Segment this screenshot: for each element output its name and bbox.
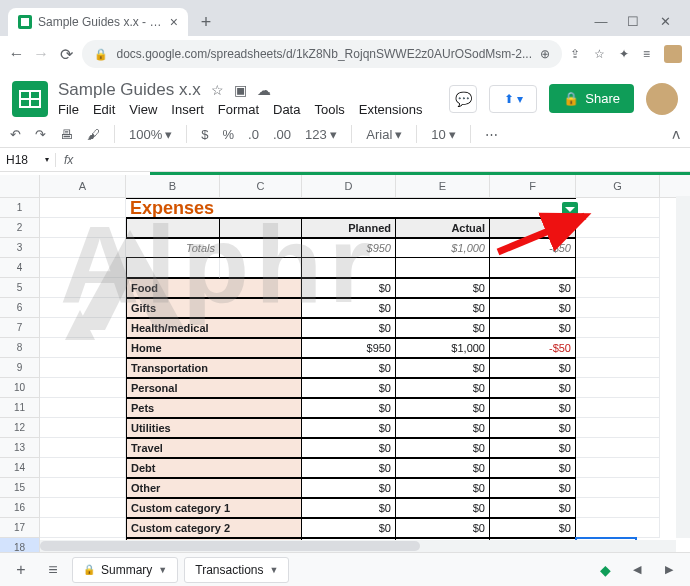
menu-data[interactable]: Data — [273, 102, 300, 117]
redo-icon[interactable]: ↷ — [35, 127, 46, 142]
new-tab-button[interactable]: + — [192, 8, 220, 36]
row-header[interactable]: 5 — [0, 278, 39, 298]
vertical-scrollbar[interactable] — [676, 196, 690, 538]
back-icon[interactable]: ← — [8, 45, 25, 63]
sheet-tab-transactions[interactable]: Transactions ▼ — [184, 557, 289, 583]
add-sheet-button[interactable]: + — [8, 557, 34, 583]
expenses-title[interactable]: Expenses — [126, 198, 576, 218]
row-label[interactable]: Gifts — [126, 298, 302, 318]
row-header[interactable]: 8 — [0, 338, 39, 358]
row-header[interactable]: 12 — [0, 418, 39, 438]
cell[interactable]: Planned — [302, 218, 396, 238]
zoom-select[interactable]: 100% ▾ — [129, 127, 172, 142]
cell[interactable]: $0 — [396, 318, 490, 338]
chevron-down-icon[interactable]: ▼ — [270, 565, 279, 575]
cell[interactable]: $0 — [490, 278, 576, 298]
profile-icon[interactable] — [664, 45, 682, 63]
col-header[interactable]: A — [40, 175, 126, 197]
window-maximize-icon[interactable]: ☐ — [626, 14, 640, 28]
menu-insert[interactable]: Insert — [171, 102, 204, 117]
cell[interactable]: $0 — [302, 418, 396, 438]
cell[interactable] — [40, 278, 126, 298]
cell[interactable]: $0 — [302, 438, 396, 458]
cell[interactable]: $0 — [396, 418, 490, 438]
cell[interactable] — [40, 198, 126, 218]
cell[interactable]: $0 — [396, 278, 490, 298]
totals-label[interactable]: Totals — [126, 238, 220, 258]
empty[interactable] — [126, 258, 220, 278]
cell[interactable]: Actual — [396, 218, 490, 238]
cell[interactable] — [576, 438, 660, 458]
cell[interactable] — [576, 338, 660, 358]
comments-button[interactable]: 💬 — [449, 85, 477, 113]
horizontal-scrollbar[interactable] — [40, 540, 676, 552]
row-header[interactable]: 17 — [0, 518, 39, 538]
row-label[interactable]: Home — [126, 338, 302, 358]
cell[interactable]: $0 — [302, 398, 396, 418]
cell[interactable]: $0 — [490, 398, 576, 418]
all-sheets-button[interactable]: ≡ — [40, 557, 66, 583]
move-doc-icon[interactable]: ▣ — [234, 82, 247, 98]
chevron-down-icon[interactable]: ▼ — [158, 565, 167, 575]
star-icon[interactable]: ☆ — [594, 47, 605, 61]
row-header[interactable]: 4 — [0, 258, 39, 278]
star-doc-icon[interactable]: ☆ — [211, 82, 224, 98]
cell[interactable] — [576, 378, 660, 398]
select-all-corner[interactable] — [0, 175, 40, 197]
cell[interactable]: $0 — [302, 358, 396, 378]
account-avatar[interactable] — [646, 83, 678, 115]
cloud-status-icon[interactable]: ☁ — [257, 82, 271, 98]
cell[interactable] — [576, 298, 660, 318]
cell[interactable]: $0 — [302, 318, 396, 338]
collapse-toolbar-icon[interactable]: ʌ — [672, 126, 680, 142]
cell[interactable]: $0 — [396, 398, 490, 418]
row-header[interactable]: 7 — [0, 318, 39, 338]
cell[interactable] — [576, 358, 660, 378]
menu-view[interactable]: View — [129, 102, 157, 117]
url-field[interactable]: 🔒 docs.google.com/spreadsheets/d/1kZ8Nb_… — [82, 40, 562, 68]
row-label[interactable]: Other — [126, 478, 302, 498]
row-header[interactable]: 3 — [0, 238, 39, 258]
cell[interactable] — [220, 258, 302, 278]
cell[interactable]: $0 — [302, 478, 396, 498]
cell[interactable]: $0 — [490, 358, 576, 378]
cell[interactable] — [40, 418, 126, 438]
row-label[interactable]: Transportation — [126, 358, 302, 378]
cell[interactable] — [40, 398, 126, 418]
cell[interactable]: $0 — [396, 458, 490, 478]
font-size-select[interactable]: 10 ▾ — [431, 127, 455, 142]
cell[interactable]: $0 — [396, 298, 490, 318]
cell[interactable]: -$50 — [490, 338, 576, 358]
reader-icon[interactable]: ≡ — [643, 47, 650, 61]
col-header[interactable]: B — [126, 175, 220, 197]
cell[interactable] — [576, 218, 660, 238]
cell[interactable] — [40, 338, 126, 358]
cell[interactable] — [40, 238, 126, 258]
col-header[interactable]: G — [576, 175, 660, 197]
cell[interactable]: $0 — [490, 518, 576, 538]
cell[interactable]: $0 — [490, 298, 576, 318]
cell[interactable]: $0 — [490, 438, 576, 458]
row-header[interactable]: 10 — [0, 378, 39, 398]
sheet-nav-right-icon[interactable]: ▶ — [656, 557, 682, 583]
row-header[interactable]: 11 — [0, 398, 39, 418]
undo-icon[interactable]: ↶ — [10, 127, 21, 142]
cell[interactable]: $1,000 — [396, 338, 490, 358]
menu-format[interactable]: Format — [218, 102, 259, 117]
cell[interactable]: Diff. — [490, 218, 576, 238]
cell[interactable]: $0 — [490, 318, 576, 338]
explore-button[interactable]: ◆ — [592, 557, 618, 583]
menu-file[interactable]: File — [58, 102, 79, 117]
cell[interactable] — [40, 438, 126, 458]
cell[interactable] — [576, 398, 660, 418]
sheet-nav-left-icon[interactable]: ◀ — [624, 557, 650, 583]
cell[interactable] — [576, 478, 660, 498]
row-header[interactable]: 2 — [0, 218, 39, 238]
cell[interactable] — [126, 218, 220, 238]
cell[interactable]: $0 — [396, 498, 490, 518]
cell[interactable] — [396, 258, 490, 278]
row-label[interactable]: Debt — [126, 458, 302, 478]
cell[interactable]: $0 — [396, 478, 490, 498]
menu-tools[interactable]: Tools — [314, 102, 344, 117]
meet-button[interactable]: ⬆ ▾ — [489, 85, 537, 113]
